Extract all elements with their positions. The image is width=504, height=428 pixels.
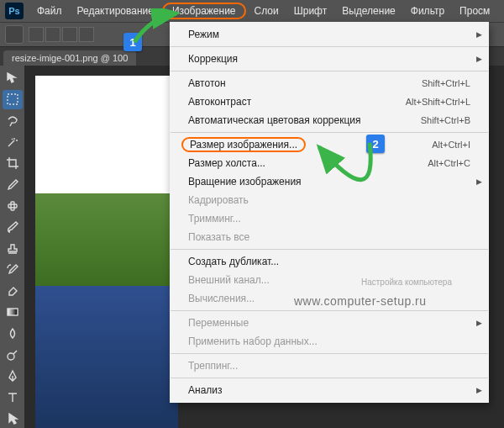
svg-point-4	[8, 353, 14, 360]
menu-duplicate[interactable]: Создать дубликат...	[170, 252, 489, 271]
submenu-arrow-icon: ▶	[476, 30, 482, 39]
menu-variables: Переменные▶	[170, 314, 489, 332]
menu-separator	[171, 132, 488, 133]
crop-tool-icon[interactable]	[3, 154, 23, 172]
svg-rect-3	[8, 309, 18, 315]
image-menu-dropdown: Режим▶ Коррекция▶ АвтотонShift+Ctrl+L Ав…	[170, 22, 489, 403]
history-brush-tool-icon[interactable]	[3, 261, 23, 279]
blur-tool-icon[interactable]	[3, 325, 23, 343]
gradient-tool-icon[interactable]	[3, 303, 23, 321]
wand-tool-icon[interactable]	[3, 133, 23, 151]
menu-separator	[171, 46, 488, 47]
callout-step-2: 2	[366, 135, 385, 153]
dodge-tool-icon[interactable]	[3, 346, 23, 364]
svg-rect-0	[8, 94, 18, 104]
tool-strip	[0, 66, 25, 428]
menu-image-size[interactable]: Размер изображения...Alt+Ctrl+I	[170, 135, 489, 154]
move-tool-icon[interactable]	[3, 69, 23, 87]
menu-autocolor[interactable]: Автоматическая цветовая коррекцияShift+C…	[170, 111, 489, 129]
marquee-sub-icon[interactable]	[62, 27, 77, 42]
path-select-tool-icon[interactable]	[3, 410, 23, 428]
marquee-tool-icon[interactable]	[3, 90, 23, 108]
menu-separator	[171, 71, 488, 71]
brush-tool-icon[interactable]	[3, 218, 23, 236]
menu-analysis[interactable]: Анализ▶	[170, 381, 489, 399]
document-canvas[interactable]	[35, 76, 178, 428]
callout-step-1: 1	[123, 33, 142, 51]
menu-separator	[171, 310, 488, 311]
shortcut-label: Alt+Ctrl+I	[432, 140, 470, 150]
menu-view[interactable]: Просм	[453, 3, 496, 19]
menu-file[interactable]: Файл	[30, 3, 69, 19]
menu-image[interactable]: Изображение	[162, 3, 246, 19]
submenu-arrow-icon: ▶	[476, 55, 482, 63]
heal-tool-icon[interactable]	[3, 197, 23, 215]
menu-trim: Тримминг...	[170, 209, 489, 228]
menu-edit[interactable]: Редактирование	[71, 3, 160, 19]
document-tab[interactable]: resize-imige-001.png @ 100	[3, 50, 136, 66]
watermark: www.computer-setup.ru	[294, 294, 427, 308]
menu-image-rotation[interactable]: Вращение изображения▶	[170, 172, 489, 191]
eraser-tool-icon[interactable]	[3, 282, 23, 300]
svg-rect-1	[8, 204, 17, 208]
menu-mode[interactable]: Режим▶	[170, 25, 489, 44]
shortcut-label: Alt+Shift+Ctrl+L	[406, 97, 470, 107]
shortcut-label: Shift+Ctrl+B	[421, 115, 470, 125]
submenu-arrow-icon: ▶	[476, 177, 482, 186]
menu-reveal-all: Показать все	[170, 228, 489, 246]
menu-apply-dataset: Применить набор данных...	[170, 332, 489, 351]
menu-separator	[171, 249, 488, 250]
marquee-mode-group	[29, 27, 94, 42]
menu-filter[interactable]: Фильтр	[404, 3, 451, 19]
menu-crop: Кадрировать	[170, 191, 489, 209]
menu-canvas-size[interactable]: Размер холста...Alt+Ctrl+C	[170, 154, 489, 172]
shortcut-label: Alt+Ctrl+C	[428, 158, 470, 168]
text-tool-icon[interactable]	[3, 388, 23, 406]
menu-select[interactable]: Выделение	[335, 3, 402, 19]
menu-separator	[171, 353, 488, 354]
menu-autotone[interactable]: АвтотонShift+Ctrl+L	[170, 74, 489, 92]
marquee-new-icon[interactable]	[29, 27, 44, 42]
canvas-river	[35, 286, 178, 428]
marquee-add-icon[interactable]	[45, 27, 60, 42]
menu-autocontrast[interactable]: АвтоконтрастAlt+Shift+Ctrl+L	[170, 92, 489, 111]
watermark-secondary: Настройка компьютера	[361, 277, 452, 287]
canvas-grass	[35, 193, 178, 294]
shortcut-label: Shift+Ctrl+L	[422, 78, 470, 88]
pen-tool-icon[interactable]	[3, 367, 23, 385]
stamp-tool-icon[interactable]	[3, 239, 23, 257]
lasso-tool-icon[interactable]	[3, 112, 23, 130]
marquee-intersect-icon[interactable]	[79, 27, 94, 42]
menu-trap: Треппинг...	[170, 357, 489, 375]
menubar: Ps Файл Редактирование Изображение Слои …	[0, 0, 504, 22]
submenu-arrow-icon: ▶	[476, 319, 482, 327]
submenu-arrow-icon: ▶	[476, 386, 482, 394]
menu-adjustments[interactable]: Коррекция▶	[170, 50, 489, 68]
menu-separator	[171, 378, 488, 378]
tool-preset-chip[interactable]	[5, 25, 24, 44]
menu-type[interactable]: Шрифт	[287, 3, 333, 19]
app-logo: Ps	[5, 3, 24, 19]
svg-rect-2	[11, 202, 14, 210]
eyedropper-tool-icon[interactable]	[3, 175, 23, 193]
menu-layer[interactable]: Слои	[248, 3, 286, 19]
